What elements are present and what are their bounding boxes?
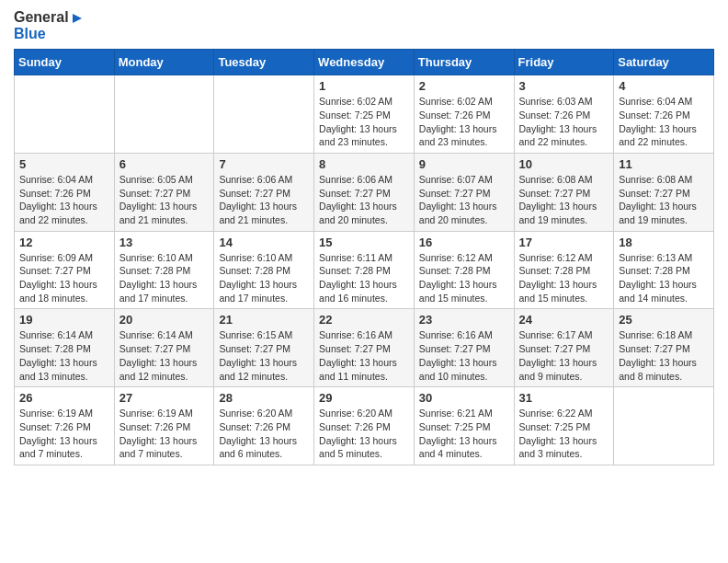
weekday-header-monday: Monday [114, 50, 214, 75]
day-cell: 12Sunrise: 6:09 AM Sunset: 7:27 PM Dayli… [15, 231, 115, 309]
day-info: Sunrise: 6:07 AM Sunset: 7:27 PM Dayligh… [419, 173, 509, 227]
day-cell: 11Sunrise: 6:08 AM Sunset: 7:27 PM Dayli… [614, 153, 714, 231]
week-row-2: 5Sunrise: 6:04 AM Sunset: 7:26 PM Daylig… [15, 153, 714, 231]
day-number: 17 [519, 236, 609, 249]
weekday-header-row: SundayMondayTuesdayWednesdayThursdayFrid… [15, 50, 714, 75]
day-cell: 10Sunrise: 6:08 AM Sunset: 7:27 PM Dayli… [514, 153, 614, 231]
day-info: Sunrise: 6:02 AM Sunset: 7:25 PM Dayligh… [319, 95, 409, 149]
day-number: 19 [19, 313, 109, 327]
day-info: Sunrise: 6:10 AM Sunset: 7:28 PM Dayligh… [219, 251, 309, 305]
svg-marker-0 [73, 14, 82, 23]
day-info: Sunrise: 6:12 AM Sunset: 7:28 PM Dayligh… [419, 251, 509, 305]
day-cell: 7Sunrise: 6:06 AM Sunset: 7:27 PM Daylig… [214, 153, 314, 231]
week-row-1: 1Sunrise: 6:02 AM Sunset: 7:25 PM Daylig… [15, 75, 714, 154]
day-info: Sunrise: 6:09 AM Sunset: 7:27 PM Dayligh… [19, 251, 109, 305]
day-info: Sunrise: 6:11 AM Sunset: 7:28 PM Dayligh… [319, 251, 409, 305]
day-cell: 24Sunrise: 6:17 AM Sunset: 7:27 PM Dayli… [514, 309, 614, 387]
day-cell: 28Sunrise: 6:20 AM Sunset: 7:26 PM Dayli… [214, 387, 314, 465]
day-number: 25 [619, 313, 709, 327]
day-number: 21 [219, 313, 309, 327]
day-cell: 25Sunrise: 6:18 AM Sunset: 7:27 PM Dayli… [614, 309, 714, 387]
day-info: Sunrise: 6:15 AM Sunset: 7:27 PM Dayligh… [219, 328, 309, 383]
day-info: Sunrise: 6:03 AM Sunset: 7:26 PM Dayligh… [519, 95, 609, 149]
day-cell: 31Sunrise: 6:22 AM Sunset: 7:25 PM Dayli… [514, 387, 614, 465]
day-info: Sunrise: 6:13 AM Sunset: 7:28 PM Dayligh… [619, 251, 709, 305]
day-cell: 15Sunrise: 6:11 AM Sunset: 7:28 PM Dayli… [314, 231, 415, 309]
day-cell: 18Sunrise: 6:13 AM Sunset: 7:28 PM Dayli… [614, 231, 714, 309]
day-number: 27 [119, 391, 210, 405]
weekday-header-tuesday: Tuesday [214, 50, 314, 75]
day-cell: 27Sunrise: 6:19 AM Sunset: 7:26 PM Dayli… [114, 387, 214, 465]
week-row-4: 19Sunrise: 6:14 AM Sunset: 7:28 PM Dayli… [15, 309, 714, 387]
weekday-header-saturday: Saturday [614, 50, 714, 75]
day-number: 20 [119, 313, 210, 327]
day-cell: 20Sunrise: 6:14 AM Sunset: 7:27 PM Dayli… [114, 309, 214, 387]
day-cell: 23Sunrise: 6:16 AM Sunset: 7:27 PM Dayli… [414, 309, 514, 387]
day-cell: 22Sunrise: 6:16 AM Sunset: 7:27 PM Dayli… [314, 309, 415, 387]
day-info: Sunrise: 6:05 AM Sunset: 7:27 PM Dayligh… [119, 173, 210, 227]
day-number: 12 [19, 236, 109, 249]
day-number: 7 [219, 157, 309, 171]
logo-general: General [14, 9, 69, 25]
day-number: 1 [319, 79, 409, 93]
day-number: 5 [19, 157, 109, 171]
day-number: 15 [319, 236, 409, 249]
day-number: 13 [119, 236, 210, 249]
day-number: 22 [319, 313, 409, 327]
page-container: General Blue SundayMondayTuesdayWednesda… [0, 0, 728, 475]
day-info: Sunrise: 6:20 AM Sunset: 7:26 PM Dayligh… [319, 407, 409, 461]
day-info: Sunrise: 6:14 AM Sunset: 7:27 PM Dayligh… [119, 328, 210, 383]
day-info: Sunrise: 6:10 AM Sunset: 7:28 PM Dayligh… [119, 251, 210, 305]
weekday-header-thursday: Thursday [414, 50, 514, 75]
calendar: SundayMondayTuesdayWednesdayThursdayFrid… [14, 49, 714, 465]
header: General Blue [14, 9, 714, 41]
day-cell: 13Sunrise: 6:10 AM Sunset: 7:28 PM Dayli… [114, 231, 214, 309]
day-info: Sunrise: 6:17 AM Sunset: 7:27 PM Dayligh… [519, 328, 609, 383]
day-number: 6 [119, 157, 210, 171]
day-info: Sunrise: 6:12 AM Sunset: 7:28 PM Dayligh… [519, 251, 609, 305]
day-info: Sunrise: 6:18 AM Sunset: 7:27 PM Dayligh… [619, 328, 709, 383]
weekday-header-sunday: Sunday [15, 50, 115, 75]
day-cell: 5Sunrise: 6:04 AM Sunset: 7:26 PM Daylig… [15, 153, 115, 231]
day-number: 26 [19, 391, 109, 405]
day-info: Sunrise: 6:06 AM Sunset: 7:27 PM Dayligh… [319, 173, 409, 227]
day-cell: 21Sunrise: 6:15 AM Sunset: 7:27 PM Dayli… [214, 309, 314, 387]
day-info: Sunrise: 6:08 AM Sunset: 7:27 PM Dayligh… [519, 173, 609, 227]
day-info: Sunrise: 6:08 AM Sunset: 7:27 PM Dayligh… [619, 173, 709, 227]
day-cell [214, 75, 314, 154]
day-info: Sunrise: 6:02 AM Sunset: 7:26 PM Dayligh… [419, 95, 509, 149]
day-cell: 4Sunrise: 6:04 AM Sunset: 7:26 PM Daylig… [614, 75, 714, 154]
weekday-header-wednesday: Wednesday [314, 50, 415, 75]
week-row-3: 12Sunrise: 6:09 AM Sunset: 7:27 PM Dayli… [15, 231, 714, 309]
day-info: Sunrise: 6:19 AM Sunset: 7:26 PM Dayligh… [19, 407, 109, 461]
day-info: Sunrise: 6:16 AM Sunset: 7:27 PM Dayligh… [419, 328, 509, 383]
day-cell: 16Sunrise: 6:12 AM Sunset: 7:28 PM Dayli… [414, 231, 514, 309]
day-info: Sunrise: 6:06 AM Sunset: 7:27 PM Dayligh… [219, 173, 309, 227]
day-cell: 8Sunrise: 6:06 AM Sunset: 7:27 PM Daylig… [314, 153, 415, 231]
day-info: Sunrise: 6:19 AM Sunset: 7:26 PM Dayligh… [119, 407, 210, 461]
day-cell [15, 75, 115, 154]
day-info: Sunrise: 6:04 AM Sunset: 7:26 PM Dayligh… [619, 95, 709, 149]
day-number: 11 [619, 157, 709, 171]
day-cell: 3Sunrise: 6:03 AM Sunset: 7:26 PM Daylig… [514, 75, 614, 154]
day-number: 2 [419, 79, 509, 93]
day-cell: 19Sunrise: 6:14 AM Sunset: 7:28 PM Dayli… [15, 309, 115, 387]
day-cell: 14Sunrise: 6:10 AM Sunset: 7:28 PM Dayli… [214, 231, 314, 309]
day-number: 30 [419, 391, 509, 405]
logo-text: General Blue [14, 9, 84, 41]
day-cell [114, 75, 214, 154]
day-number: 24 [519, 313, 609, 327]
day-number: 23 [419, 313, 509, 327]
day-number: 3 [519, 79, 609, 93]
day-number: 31 [519, 391, 609, 405]
day-info: Sunrise: 6:22 AM Sunset: 7:25 PM Dayligh… [519, 407, 609, 461]
day-number: 9 [419, 157, 509, 171]
day-info: Sunrise: 6:16 AM Sunset: 7:27 PM Dayligh… [319, 328, 409, 383]
day-info: Sunrise: 6:21 AM Sunset: 7:25 PM Dayligh… [419, 407, 509, 461]
day-cell: 9Sunrise: 6:07 AM Sunset: 7:27 PM Daylig… [414, 153, 514, 231]
day-cell: 2Sunrise: 6:02 AM Sunset: 7:26 PM Daylig… [414, 75, 514, 154]
logo: General Blue [14, 9, 84, 41]
day-number: 16 [419, 236, 509, 249]
day-info: Sunrise: 6:14 AM Sunset: 7:28 PM Dayligh… [19, 328, 109, 383]
logo-arrow-icon [71, 12, 84, 25]
